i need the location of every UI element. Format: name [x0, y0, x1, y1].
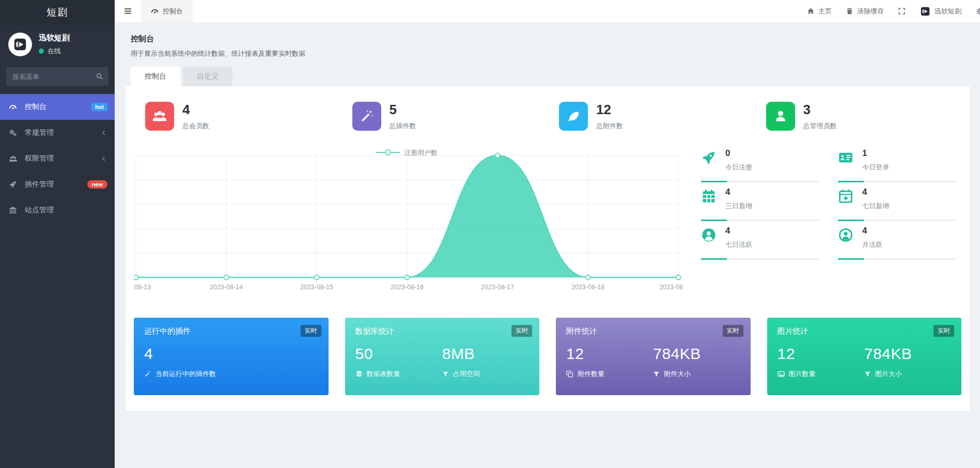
- leaf-icon: [559, 102, 588, 131]
- registered-users-chart: 08-132023-08-142023-08-152023-08-162023-…: [134, 147, 683, 302]
- stat-label: 总会员数: [182, 121, 209, 131]
- svg-text:08-13: 08-13: [134, 284, 151, 291]
- svg-text:2023-08-18: 2023-08-18: [571, 284, 604, 291]
- mini-stat-label: 三日新增: [725, 201, 752, 211]
- topbar: 控制台 主页 清除缓存: [115, 0, 980, 22]
- user-circle-icon: [701, 226, 719, 249]
- metric-label: 数据表数量: [367, 369, 400, 379]
- page-subtitle: 用于展示当前系统中的统计数据、统计报表及重要实时数据: [126, 49, 970, 58]
- image-icon: [777, 370, 785, 378]
- hot-badge: hot: [91, 103, 107, 111]
- magic-wand-icon: [144, 370, 151, 378]
- svg-text:注册用户数: 注册用户数: [404, 149, 438, 157]
- sidebar-item-auth[interactable]: 权限管理: [0, 146, 115, 171]
- card-title: 附件统计: [566, 326, 740, 336]
- mini-stat-value: 0: [725, 148, 752, 159]
- card-title: 图片统计: [777, 326, 952, 336]
- user-name: 迅软短剧: [39, 33, 70, 43]
- profile-username: 迅软短剧: [935, 7, 961, 16]
- stat-value: 5: [390, 102, 416, 118]
- tab-dashboard[interactable]: 控制台: [131, 67, 180, 86]
- fullscreen-button[interactable]: [898, 7, 906, 15]
- metric: 12 图片数量: [777, 345, 864, 379]
- metric: 50 数据表数量: [355, 345, 442, 379]
- mini-stat-label: 月活跃: [862, 240, 882, 249]
- dashboard-panel: 4 总会员数 5 总插件数: [126, 86, 970, 411]
- user-icon: [766, 102, 795, 131]
- sidebar-item-dashboard[interactable]: 控制台 hot: [0, 94, 115, 120]
- svg-text:2023-08: 2023-08: [659, 284, 683, 291]
- avatar: [8, 33, 32, 56]
- home-label: 主页: [818, 7, 832, 16]
- mini-stat-value: 4: [725, 187, 752, 197]
- chevron-left-icon: [100, 155, 107, 162]
- mini-stat-7day-active: 4 七日活跃: [701, 226, 825, 260]
- trash-icon: [846, 7, 853, 15]
- topbar-tab-label: 控制台: [163, 7, 183, 16]
- chevron-left-icon: [100, 129, 107, 136]
- profile-button[interactable]: 迅软短剧: [920, 6, 961, 17]
- brand-title: 短剧: [0, 0, 115, 25]
- sidebar-item-general[interactable]: 常规管理: [0, 120, 115, 146]
- sidebar: 短剧 迅软短剧 在线: [0, 0, 115, 468]
- users-icon: [145, 102, 174, 131]
- topbar-right: 主页 清除缓存 迅软短剧: [807, 6, 980, 17]
- tab-custom[interactable]: 自定义: [183, 67, 232, 86]
- settings-button[interactable]: [975, 7, 980, 15]
- sidebar-item-site[interactable]: 站点管理: [0, 197, 115, 223]
- middle-row: 08-132023-08-142023-08-152023-08-162023-…: [134, 147, 961, 302]
- card-running-addons: 运行中的插件 实时 4 当前运行中的插件数: [134, 318, 329, 395]
- page-title: 控制台: [126, 34, 970, 44]
- stat-value: 3: [803, 102, 837, 118]
- mini-stats-panel: 0 今日注册: [701, 147, 961, 302]
- metric-label: 图片数量: [789, 369, 816, 379]
- card-title: 数据库统计: [355, 326, 530, 336]
- card-image-stats: 图片统计 实时 12 图片数量 784KB: [767, 318, 962, 395]
- mini-stat-label: 七日新增: [862, 201, 889, 211]
- realtime-badge: 实时: [511, 325, 532, 337]
- mini-stat-label: 今日注册: [725, 163, 752, 172]
- metric-value: 12: [777, 345, 864, 363]
- underline: [701, 220, 819, 221]
- home-button[interactable]: 主页: [807, 7, 832, 16]
- search-input[interactable]: [6, 67, 108, 86]
- fullscreen-icon: [898, 7, 906, 15]
- realtime-badge: 实时: [723, 325, 743, 337]
- summary-cards-row: 运行中的插件 实时 4 当前运行中的插件数: [134, 318, 961, 395]
- magic-wand-icon: [352, 102, 381, 131]
- app-root: 短剧 迅软短剧 在线: [0, 0, 980, 468]
- calendar-plus-icon: [838, 187, 855, 211]
- mini-stat-3day-new: 4 三日新增: [701, 187, 825, 221]
- play-logo-icon: [12, 37, 28, 52]
- sidebar-toggle-button[interactable]: [115, 7, 141, 15]
- gear-icon: [975, 7, 980, 15]
- mini-stat-7day-new: 4 七日新增: [838, 187, 961, 221]
- clear-cache-button[interactable]: 清除缓存: [846, 7, 884, 16]
- metric-label: 附件数量: [578, 369, 604, 379]
- stat-total-admins: 3 总管理员数: [755, 102, 962, 131]
- mini-stat-value: 1: [862, 148, 889, 159]
- metric-value: 4: [144, 345, 318, 363]
- underline: [838, 258, 956, 260]
- mini-stat-label: 今日登录: [862, 163, 889, 172]
- filter-icon: [442, 371, 449, 378]
- content-area: 控制台 用于展示当前系统中的统计数据、统计报表及重要实时数据 控制台 自定义 4…: [115, 22, 980, 468]
- svg-text:2023-08-17: 2023-08-17: [481, 284, 514, 291]
- sidebar-item-addon[interactable]: 插件管理 new: [0, 171, 115, 197]
- underline: [838, 220, 956, 221]
- user-status: 在线: [39, 46, 70, 56]
- rocket-icon: [9, 180, 19, 189]
- mini-stat-value: 4: [862, 187, 889, 197]
- home-icon: [807, 7, 815, 15]
- sidebar-item-label: 常规管理: [25, 128, 54, 137]
- user-status-label: 在线: [48, 46, 61, 56]
- user-circle-outline-icon: [838, 226, 855, 249]
- metric-value: 50: [355, 345, 442, 363]
- clone-icon: [566, 370, 573, 378]
- metric: 12 附件数量: [566, 345, 653, 379]
- sidebar-item-label: 权限管理: [25, 154, 54, 163]
- user-panel: 迅软短剧 在线: [0, 25, 115, 63]
- svg-text:2023-08-15: 2023-08-15: [300, 284, 333, 291]
- area-chart-svg: 08-132023-08-142023-08-152023-08-162023-…: [134, 147, 683, 302]
- topbar-tab-dashboard[interactable]: 控制台: [141, 0, 193, 22]
